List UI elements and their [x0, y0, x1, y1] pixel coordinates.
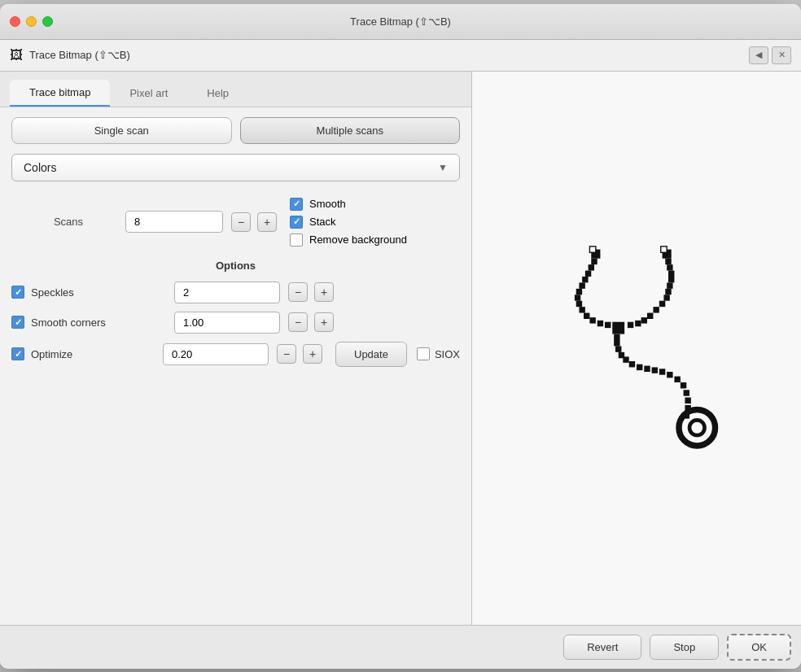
svg-rect-10	[579, 283, 584, 289]
smooth-corners-input[interactable]	[174, 312, 280, 334]
revert-button[interactable]: Revert	[563, 635, 641, 660]
svg-rect-39	[667, 372, 672, 377]
svg-rect-48	[589, 247, 595, 252]
main-window: Trace Bitmap (⇧⌥B) 🖼 Trace Bitmap (⇧⌥B) …	[0, 4, 801, 669]
svg-rect-25	[635, 321, 641, 326]
window-title: Trace Bitmap (⇧⌥B)	[350, 15, 451, 28]
svg-point-47	[689, 421, 705, 436]
scans-input[interactable]	[125, 211, 223, 233]
speckles-stepper: − +	[288, 282, 334, 302]
scans-input-row: − +	[125, 211, 277, 233]
svg-rect-8	[582, 277, 588, 282]
svg-rect-17	[659, 301, 665, 307]
speckles-decrement-button[interactable]: −	[288, 282, 308, 302]
svg-rect-4	[589, 264, 594, 270]
smooth-checkbox[interactable]	[290, 198, 303, 211]
svg-rect-20	[584, 313, 589, 319]
svg-rect-27	[628, 322, 633, 328]
preview-area	[488, 88, 785, 609]
close-button[interactable]	[10, 16, 20, 27]
svg-rect-13	[665, 289, 671, 295]
chrome-title-area: 🖼 Trace Bitmap (⇧⌥B)	[10, 48, 130, 63]
svg-rect-2	[591, 259, 597, 264]
optimize-input[interactable]	[163, 343, 269, 365]
options-title: Options	[11, 260, 460, 272]
speckles-increment-button[interactable]: +	[314, 282, 334, 302]
settings-area: Scans − + Smooth	[0, 191, 471, 625]
svg-rect-5	[667, 264, 672, 270]
tab-help[interactable]: Help	[187, 80, 248, 107]
scans-row: Scans − + Smooth	[11, 198, 460, 247]
speckles-checkbox[interactable]	[11, 286, 24, 299]
main-content: Trace bitmap Pixel art Help Single scan …	[0, 72, 801, 625]
svg-rect-34	[629, 361, 635, 367]
speckles-input[interactable]	[174, 281, 280, 303]
ok-button[interactable]: OK	[727, 634, 791, 661]
speckles-label-group: Speckles	[11, 286, 174, 299]
tab-pixel-art[interactable]: Pixel art	[110, 80, 187, 107]
speckles-row: Speckles − +	[11, 281, 460, 303]
maximize-button[interactable]	[42, 16, 53, 27]
nav-close-button[interactable]: ✕	[772, 46, 791, 64]
stack-label: Stack	[309, 216, 336, 228]
smooth-corners-decrement-button[interactable]: −	[288, 312, 308, 332]
smooth-corners-label-group: Smooth corners	[11, 316, 174, 329]
update-siox-area: Update SIOX	[335, 342, 460, 367]
svg-rect-29	[614, 334, 619, 340]
svg-rect-38	[659, 369, 665, 374]
siox-checkbox[interactable]	[417, 347, 430, 360]
svg-rect-35	[637, 364, 642, 370]
multiple-scans-button[interactable]: Multiple scans	[240, 117, 461, 144]
remove-background-checkbox[interactable]	[290, 233, 303, 247]
checkboxes-column: Smooth Stack Remove background	[290, 198, 407, 247]
optimize-decrement-button[interactable]: −	[277, 344, 296, 364]
tabs: Trace bitmap Pixel art Help	[10, 80, 462, 107]
siox-label: SIOX	[435, 348, 460, 360]
colors-dropdown[interactable]: Colors ▼	[11, 154, 460, 181]
svg-rect-37	[652, 368, 658, 373]
svg-rect-26	[605, 322, 611, 328]
single-scan-button[interactable]: Single scan	[11, 117, 232, 144]
chevron-down-icon: ▼	[438, 162, 448, 173]
smooth-label: Smooth	[309, 198, 346, 210]
scans-decrement-button[interactable]: −	[231, 212, 251, 232]
svg-rect-11	[667, 283, 672, 289]
update-button[interactable]: Update	[335, 342, 407, 367]
title-bar: Trace Bitmap (⇧⌥B)	[0, 4, 801, 40]
svg-rect-14	[575, 295, 580, 301]
stack-checkbox[interactable]	[290, 216, 303, 229]
optimize-label-group: Optimize	[11, 347, 163, 360]
left-panel: Trace bitmap Pixel art Help Single scan …	[0, 72, 472, 625]
siox-row: SIOX	[417, 347, 460, 360]
footer: Revert Stop OK	[0, 625, 801, 669]
svg-rect-12	[576, 289, 582, 295]
svg-rect-41	[681, 382, 686, 388]
scans-increment-button[interactable]: +	[257, 212, 277, 232]
scans-stepper: − +	[231, 212, 277, 232]
stop-button[interactable]: Stop	[650, 635, 719, 660]
options-section: Options Speckles − +	[11, 260, 460, 367]
svg-rect-33	[623, 357, 628, 363]
right-panel	[472, 72, 801, 625]
svg-rect-40	[674, 377, 680, 382]
optimize-row: Optimize − + Update SIOX	[11, 342, 460, 367]
smooth-corners-increment-button[interactable]: +	[314, 312, 334, 332]
dropdown-container: Colors ▼	[0, 154, 471, 191]
smooth-corners-checkbox[interactable]	[11, 316, 24, 329]
svg-rect-43	[685, 398, 690, 404]
svg-rect-9	[668, 277, 674, 282]
svg-rect-36	[644, 366, 650, 372]
smooth-row: Smooth	[290, 198, 407, 211]
stack-row: Stack	[290, 216, 407, 229]
speckles-label: Speckles	[31, 286, 74, 299]
remove-background-label: Remove background	[309, 233, 407, 246]
optimize-checkbox[interactable]	[11, 347, 24, 360]
tab-trace-bitmap[interactable]: Trace bitmap	[10, 80, 110, 107]
svg-rect-28	[612, 322, 624, 334]
chrome-title-text: Trace Bitmap (⇧⌥B)	[29, 49, 130, 61]
nav-back-button[interactable]: ◀	[749, 46, 768, 64]
minimize-button[interactable]	[26, 16, 37, 27]
smooth-corners-stepper: − +	[288, 312, 334, 332]
optimize-stepper: − +	[277, 344, 322, 364]
optimize-increment-button[interactable]: +	[303, 344, 322, 364]
